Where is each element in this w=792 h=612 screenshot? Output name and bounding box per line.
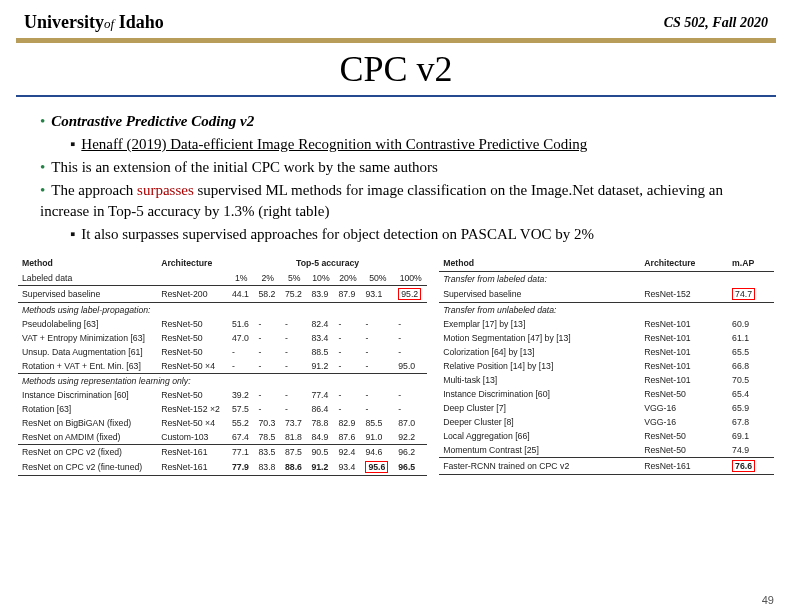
bullet-1: •Contrastive Predictive Coding v2 xyxy=(40,111,752,132)
bullet-4: ▪It also surpasses supervised approaches… xyxy=(40,224,752,245)
header-divider xyxy=(16,38,776,43)
bullet-2: •This is an extension of the initial CPC… xyxy=(40,157,752,178)
title-underline xyxy=(16,95,776,97)
page-number: 49 xyxy=(762,594,774,606)
accuracy-table: MethodArchitectureTop-5 accuracy Labeled… xyxy=(18,255,427,476)
header: Universityof Idaho CS 502, Fall 2020 xyxy=(0,0,792,33)
bullet-list: •Contrastive Predictive Coding v2 ▪Henaf… xyxy=(0,111,792,245)
paper-link[interactable]: Henaff (2019) Data-efficient Image Recog… xyxy=(81,136,587,152)
bullet-1a: ▪Henaff (2019) Data-efficient Image Reco… xyxy=(40,134,752,155)
slide-title: CPC v2 xyxy=(0,48,792,90)
boxed-value: 76.6 xyxy=(732,460,755,472)
boxed-value: 95.2 xyxy=(398,288,421,300)
university-logo: Universityof Idaho xyxy=(24,12,164,33)
boxed-value: 95.6 xyxy=(365,461,388,473)
bullet-3: •The approach surpasses supervised ML me… xyxy=(40,180,752,222)
boxed-value: 74.7 xyxy=(732,288,755,300)
detection-table: MethodArchitecturem.AP Transfer from lab… xyxy=(439,255,774,475)
course-label: CS 502, Fall 2020 xyxy=(664,15,768,31)
tables-container: MethodArchitectureTop-5 accuracy Labeled… xyxy=(0,247,792,476)
